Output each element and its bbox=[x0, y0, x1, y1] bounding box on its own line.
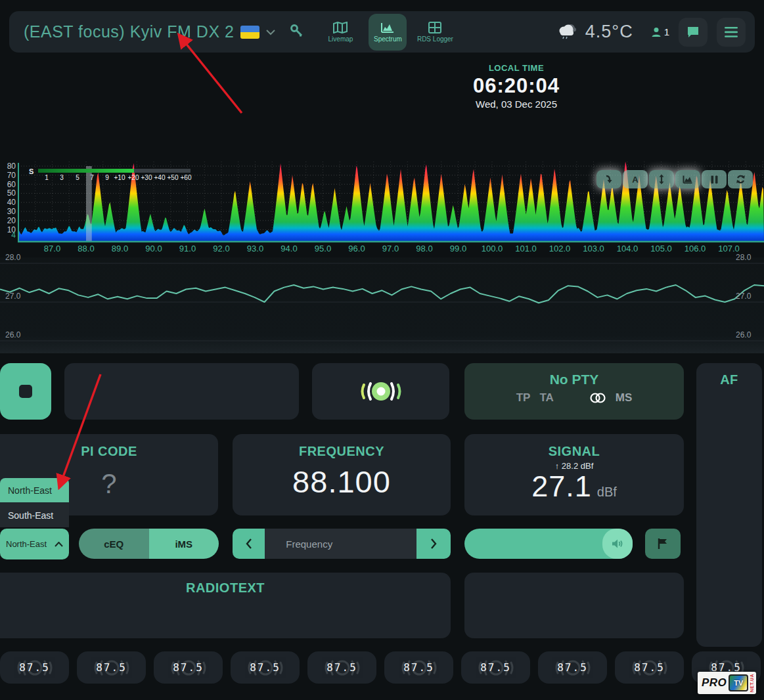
nav-spectrum-button[interactable]: Spectrum bbox=[369, 14, 407, 51]
logo-net-text: NET.UA bbox=[750, 674, 754, 692]
spectrum-graph-mode-button[interactable] bbox=[675, 170, 700, 188]
s-meter-label: S bbox=[29, 167, 34, 175]
s-meter-tick: 1 bbox=[45, 174, 49, 181]
preset-button[interactable]: 87.5 bbox=[231, 651, 300, 684]
antenna-option[interactable]: North-East bbox=[0, 478, 69, 502]
s-meter-tick: 3 bbox=[60, 174, 64, 181]
menu-button[interactable] bbox=[717, 18, 746, 47]
key-icon[interactable] bbox=[290, 24, 304, 41]
nav-livemap-label: Livemap bbox=[328, 35, 353, 43]
chat-bubble-icon bbox=[686, 26, 700, 38]
speaker-icon bbox=[612, 538, 623, 549]
preset-button[interactable]: 87.5 bbox=[77, 651, 146, 684]
frequency-down-button[interactable] bbox=[233, 529, 265, 559]
temperature-value[interactable]: 4.5°C bbox=[585, 22, 633, 42]
spectrum-peak-hold-button[interactable] bbox=[596, 170, 621, 188]
listener-counter: 1 bbox=[650, 26, 669, 38]
stop-icon bbox=[19, 385, 32, 398]
preset-row: 87.587.587.587.587.587.587.587.587.587.5 bbox=[0, 651, 761, 684]
pty-value: No PTY bbox=[464, 372, 684, 387]
spectrum-x-tick: 105.0 bbox=[647, 244, 676, 253]
af-title: AF bbox=[696, 372, 762, 387]
stop-button[interactable] bbox=[0, 363, 51, 420]
station-name-panel bbox=[64, 363, 299, 420]
spectrum-vertical-zoom-button[interactable] bbox=[649, 170, 674, 188]
spectrum-y-tick: 20 bbox=[0, 216, 16, 225]
signal-y-tick: 28.0 bbox=[5, 253, 20, 262]
s-meter-tick: 9 bbox=[105, 174, 109, 181]
frequency-title: FREQUENCY bbox=[233, 444, 451, 459]
protv-logo: PRO TV NET.UA bbox=[698, 672, 756, 694]
weather-cloud-icon bbox=[556, 22, 579, 42]
hamburger-icon bbox=[725, 27, 738, 37]
frequency-value[interactable]: 88.100 bbox=[233, 464, 451, 500]
local-time-value: 06:20:04 bbox=[427, 74, 606, 98]
preset-button[interactable]: 87.5 bbox=[538, 651, 607, 684]
chevron-up-icon bbox=[55, 542, 63, 547]
antenna-selected-value: North-East bbox=[6, 539, 47, 549]
s-meter-tick: +10 bbox=[114, 174, 125, 181]
volume-slider-thumb[interactable] bbox=[602, 529, 633, 559]
stereo-indicator-panel bbox=[312, 363, 449, 420]
spectrum-pause-button[interactable] bbox=[702, 170, 727, 188]
header-bar: (EAST focus) Kyiv FM DX 2 Livemap Spectr… bbox=[9, 11, 755, 53]
spectrum-x-tick: 95.0 bbox=[309, 244, 338, 253]
antenna-select[interactable]: North-East bbox=[0, 529, 69, 559]
ceq-button[interactable]: cEQ bbox=[79, 529, 149, 559]
spectrum-autoscale-button[interactable]: A bbox=[623, 170, 648, 188]
flag-button[interactable] bbox=[645, 529, 681, 559]
pause-icon bbox=[711, 175, 718, 184]
nav-livemap-button[interactable]: Livemap bbox=[321, 14, 359, 51]
spectrum-y-tick: 40 bbox=[0, 198, 16, 207]
logo-pro-text: PRO bbox=[702, 676, 727, 689]
spectrum-y-tick: 30 bbox=[0, 207, 16, 216]
radiotext-panel: RADIOTEXT bbox=[0, 573, 451, 638]
frequency-up-button[interactable] bbox=[416, 529, 451, 559]
spectrum-x-tick: 89.0 bbox=[106, 244, 135, 253]
frequency-input[interactable] bbox=[265, 529, 416, 559]
preset-button[interactable]: 87.5 bbox=[615, 651, 684, 684]
nav-rds-logger-label: RDS Logger bbox=[417, 35, 453, 43]
s-meter-tick: +40 bbox=[154, 174, 166, 181]
s-meter-tick: 7 bbox=[90, 174, 94, 181]
signal-panel: SIGNAL ↑ 28.2 dBf 27.1dBf bbox=[464, 434, 684, 515]
spectrum-y-tick: 80 bbox=[0, 162, 16, 171]
preset-button[interactable]: 87.5 bbox=[0, 651, 69, 684]
pi-code-title: PI CODE bbox=[0, 444, 218, 459]
listener-count: 1 bbox=[664, 26, 669, 37]
s-meter-bar bbox=[38, 169, 191, 173]
map-icon bbox=[333, 22, 348, 33]
rds-extra-panel bbox=[464, 573, 684, 638]
nav-rds-logger-button[interactable]: RDS Logger bbox=[416, 14, 454, 51]
spectrum-x-tick: 102.0 bbox=[545, 244, 574, 253]
ms-flag: MS bbox=[616, 391, 633, 405]
preset-frequency: 87.5 bbox=[173, 661, 204, 674]
s-meter-tick: +60 bbox=[181, 174, 192, 181]
chevron-down-icon[interactable] bbox=[266, 26, 275, 38]
s-meter-tick: +30 bbox=[141, 174, 152, 181]
preset-frequency: 87.5 bbox=[480, 661, 511, 674]
antenna-option[interactable]: South-East bbox=[0, 503, 69, 527]
preset-frequency: 87.5 bbox=[634, 661, 665, 674]
preset-button[interactable]: 87.5 bbox=[384, 651, 453, 684]
s-meter-tick: 5 bbox=[76, 174, 79, 181]
arrow-down-icon bbox=[604, 175, 614, 184]
frequency-stepper bbox=[233, 529, 451, 559]
spectrum-x-tick: 87.0 bbox=[38, 244, 67, 253]
spectrum-refresh-button[interactable] bbox=[728, 170, 753, 188]
preset-button[interactable]: 87.5 bbox=[154, 651, 223, 684]
spectrum-x-tick: 91.0 bbox=[173, 244, 202, 253]
preset-button[interactable]: 87.5 bbox=[461, 651, 530, 684]
spectrum-y-tick: 4 bbox=[0, 230, 16, 240]
flag-icon bbox=[658, 538, 668, 550]
volume-slider[interactable] bbox=[464, 529, 633, 559]
signal-y-tick: 27.0 bbox=[5, 292, 20, 301]
preset-button[interactable]: 87.5 bbox=[307, 651, 376, 684]
signal-history-chart[interactable] bbox=[0, 257, 764, 353]
ims-button[interactable]: iMS bbox=[149, 529, 219, 559]
server-title[interactable]: (EAST focus) Kyiv FM DX 2 bbox=[24, 22, 234, 41]
pty-panel: No PTY TP TA MS bbox=[464, 363, 684, 420]
signal-title: SIGNAL bbox=[464, 444, 684, 459]
spectrum-x-tick: 93.0 bbox=[241, 244, 270, 253]
chat-button[interactable] bbox=[679, 18, 708, 47]
